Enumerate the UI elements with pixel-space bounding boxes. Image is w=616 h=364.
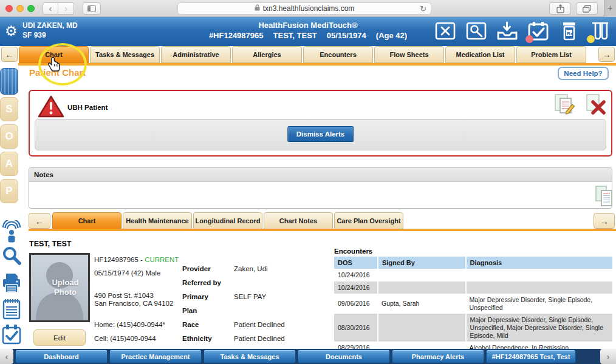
copy-notes-button[interactable] <box>595 185 614 211</box>
tab-encounters[interactable]: Encounters <box>303 46 373 63</box>
field-label-plan: Plan <box>182 307 234 314</box>
print-button[interactable] <box>1 272 22 294</box>
bottom-nav-bar: ‹ Dashboard Practice Management Tasks & … <box>0 349 616 364</box>
edit-patient-button[interactable]: Edit <box>33 329 86 346</box>
sidebar-tab-plan[interactable]: P <box>0 179 18 203</box>
notes-panel: Notes <box>29 167 612 209</box>
inbox-button[interactable] <box>496 20 518 42</box>
prescriptions-button[interactable]: Rx <box>558 20 580 42</box>
hand-cursor-icon <box>47 56 61 75</box>
patient-tracking-button[interactable] <box>1 220 22 243</box>
browser-back-button[interactable]: ‹ <box>43 2 58 15</box>
close-chart-icon <box>435 21 456 41</box>
chart-sub-tab-bar: ← Chart Health Maintenance Longitudinal … <box>29 212 616 229</box>
patient-dob: 05/15/1974 <box>327 31 366 40</box>
tabs-scroll-right-button[interactable]: → <box>598 47 615 62</box>
field-label-ethnicity: Ethnicity <box>182 335 234 342</box>
bottom-scroll-left-button[interactable]: ‹ <box>0 349 13 364</box>
tab-allergies[interactable]: Allergies <box>232 46 302 63</box>
patient-dob-line: 05/15/1974 (42) Male <box>94 269 160 277</box>
subtab-health-maintenance[interactable]: Health Maintenance <box>123 212 192 229</box>
delete-alerts-button[interactable] <box>586 93 606 119</box>
copy-notes-icon <box>595 185 614 208</box>
sidebar-tab-assessment[interactable]: A <box>0 152 18 176</box>
upload-photo-label: Upload Photo <box>47 278 84 297</box>
tabs-scroll-left-button[interactable]: ← <box>1 47 18 62</box>
cell-signed-by <box>378 314 466 342</box>
chart-search-button[interactable] <box>1 245 22 268</box>
encounter-row[interactable]: 09/06/2016 Gupta, Sarah Major Depressive… <box>334 294 613 314</box>
patient-search-button[interactable] <box>465 20 487 42</box>
bottom-scroll-right-button[interactable]: › <box>600 349 616 364</box>
calendar-check-icon <box>2 323 21 346</box>
window-close-button[interactable] <box>5 5 13 12</box>
field-label-provider: Provider <box>182 265 234 272</box>
browser-forward-button[interactable]: › <box>58 2 74 15</box>
subtab-underline <box>29 229 616 231</box>
window-minimize-button[interactable] <box>16 5 24 12</box>
patient-photo[interactable]: Upload Photo <box>29 253 90 322</box>
share-button[interactable] <box>549 2 571 15</box>
inbox-download-icon <box>496 21 518 41</box>
app-header: ⚙ UDI ZAKEN, MD SF 939 HealthFusion Medi… <box>0 17 616 46</box>
edit-alerts-button[interactable] <box>554 93 576 119</box>
patient-status-badge: CURRENT <box>145 256 179 263</box>
browser-chrome: ‹ › txn3.healthfusionclaims.com ↻ + <box>0 0 616 17</box>
sidebar-tab-subjective[interactable]: S <box>0 97 18 121</box>
patient-cell-phone: Cell: (415)409-0944 <box>94 335 156 342</box>
patient-id: HF124987965 - <box>94 256 143 263</box>
subtab-care-plan-oversight[interactable]: Care Plan Oversight <box>334 212 403 229</box>
encounter-row[interactable]: 08/30/2016 Major Depressive Disorder, Si… <box>334 314 613 342</box>
address-bar[interactable]: txn3.healthfusionclaims.com ↻ <box>177 2 431 15</box>
bottom-patient-button[interactable]: #HF124987965 Test, Test <box>486 349 576 363</box>
tab-underline <box>18 63 616 66</box>
subtabs-scroll-right-button[interactable]: → <box>594 213 615 229</box>
tab-flow-sheets[interactable]: Flow Sheets <box>374 46 444 63</box>
tab-problem-list[interactable]: Problem List <box>516 46 586 63</box>
tab-administrative[interactable]: Administrative <box>161 46 231 63</box>
cell-diagnosis: Major Depressive Disorder, Single Episod… <box>466 294 613 314</box>
alert-title: UBH Patient <box>67 104 108 111</box>
calendar-button[interactable] <box>1 323 22 346</box>
cell-signed-by: Gupta, Sarah <box>378 294 466 314</box>
encounter-row[interactable]: 10/24/2016 <box>334 269 613 281</box>
tab-tasks-messages[interactable]: Tasks & Messages <box>90 46 160 63</box>
need-help-button[interactable]: Need Help? <box>558 67 609 80</box>
close-chart-button[interactable] <box>434 20 456 42</box>
cell-dos: 10/24/2016 <box>334 269 378 281</box>
bottom-documents-button[interactable]: Documents <box>298 349 390 363</box>
schedule-alert-dot <box>525 35 533 43</box>
bottom-dashboard-button[interactable]: Dashboard <box>15 349 108 363</box>
dismiss-alerts-button[interactable]: Dismiss Alerts <box>287 126 354 142</box>
new-tab-button[interactable]: + <box>604 0 616 17</box>
schedule-button[interactable] <box>527 20 549 42</box>
bottom-tasks-messages-button[interactable]: Tasks & Messages <box>204 349 296 363</box>
sidebar-tab-chart-rail[interactable] <box>0 68 18 95</box>
encounters-header-row: DOS Signed By Diagnosis <box>334 257 613 269</box>
patient-name: TEST, TEST <box>273 31 317 40</box>
main-tab-bar: ← Chart Tasks & Messages Administrative … <box>0 46 616 63</box>
encounter-row[interactable]: 10/24/2016 <box>334 281 613 294</box>
sidebar-tab-objective[interactable]: O <box>0 124 18 149</box>
patient-address2: San Francisco, CA 94102 <box>94 300 173 307</box>
subtabs-scroll-left-button[interactable]: ← <box>29 213 50 229</box>
labs-button[interactable] <box>589 20 611 42</box>
lock-icon <box>255 4 260 13</box>
patient-age: (Age 42) <box>376 31 407 40</box>
subtab-chart[interactable]: Chart <box>52 212 121 229</box>
url-text: txn3.healthfusionclaims.com <box>263 4 355 13</box>
browser-sidebar-button[interactable] <box>83 2 101 15</box>
subtab-longitudinal-record[interactable]: Longitudinal Record <box>193 212 262 229</box>
cell-signed-by <box>378 269 466 281</box>
notes-pad-button[interactable] <box>1 298 22 321</box>
notes-title: Notes <box>29 168 612 182</box>
bottom-pharmacy-alerts-button[interactable]: Pharmacy Alerts <box>392 349 484 363</box>
cell-dos: 08/30/2016 <box>334 314 378 342</box>
tab-overview-button[interactable] <box>576 2 598 15</box>
alert-panel: UBH Patient Dismiss Alerts <box>29 90 612 157</box>
tab-medication-list[interactable]: Medication List <box>445 46 515 63</box>
bottom-practice-management-button[interactable]: Practice Management <box>109 349 202 363</box>
window-zoom-button[interactable] <box>27 5 35 12</box>
subtab-chart-notes[interactable]: Chart Notes <box>264 212 333 229</box>
reload-icon[interactable]: ↻ <box>420 4 426 13</box>
